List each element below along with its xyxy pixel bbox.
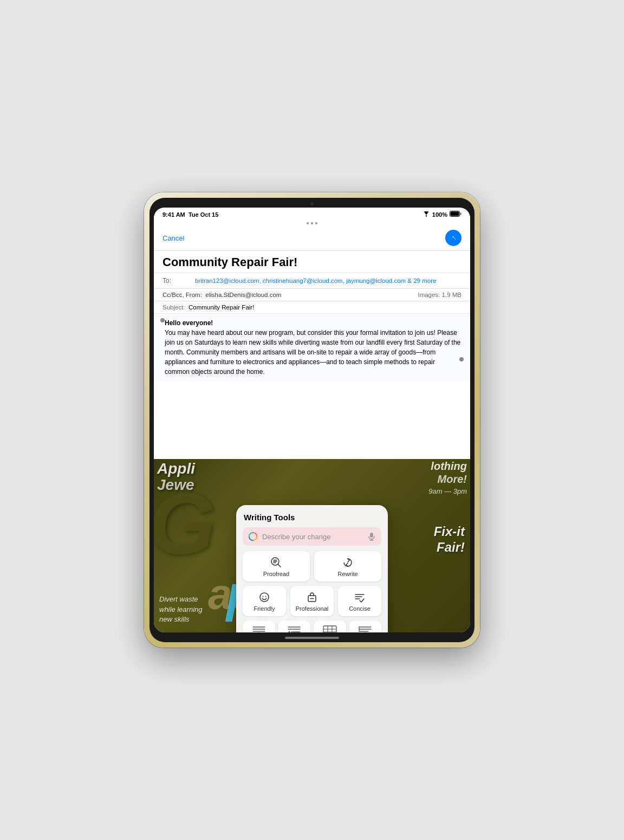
- summary-icon: [251, 625, 266, 632]
- ipad-frame: 9:41 AM Tue Oct 15 100%: [144, 192, 480, 648]
- table-button[interactable]: Table: [314, 621, 346, 632]
- cc-from-label: Cc/Bcc, From: elisha.StDenis@icloud.com: [162, 292, 281, 298]
- writing-tools-popup: Writing Tools: [236, 505, 388, 632]
- send-button[interactable]: ↑: [445, 230, 461, 246]
- professional-label: Professional: [296, 605, 329, 612]
- email-body-area: Hello everyone! You may have heard about…: [154, 314, 470, 459]
- microphone-icon[interactable]: [367, 532, 376, 541]
- proofread-label: Proofread: [263, 571, 289, 577]
- flyer-text-time: 9am — 3pm: [428, 487, 467, 495]
- email-from-row: Cc/Bcc, From: elisha.StDenis@icloud.com …: [154, 289, 470, 301]
- rewrite-button[interactable]: Rewrite: [314, 551, 381, 581]
- flyer-big-letter: G: [154, 481, 216, 567]
- email-header-bar: Cancel ↑: [154, 225, 470, 251]
- tools-row-1: Proofread Rewrite: [243, 551, 381, 581]
- home-indicator[interactable]: [285, 637, 339, 639]
- status-time-date: 9:41 AM Tue Oct 15: [162, 211, 218, 218]
- svg-rect-2: [451, 212, 459, 216]
- concise-label: Concise: [349, 605, 370, 612]
- flyer-divert-text: Divert wastewhile learningnew skills: [159, 595, 203, 624]
- subject-value[interactable]: Community Repair Fair!: [188, 304, 254, 311]
- wifi-icon: [422, 211, 430, 218]
- svg-point-0: [426, 216, 427, 217]
- list-icon: [358, 625, 373, 632]
- images-label: Images: 1.9 MB: [418, 292, 461, 298]
- ipad-inner: 9:41 AM Tue Oct 15 100%: [150, 198, 474, 642]
- flyer-fix-text: Fix-itFair!: [434, 524, 465, 555]
- email-body-text[interactable]: Hello everyone! You may have heard about…: [154, 314, 470, 381]
- rewrite-icon: [342, 557, 354, 568]
- battery-icon: [450, 211, 461, 218]
- flyer-background: Appli Jewe lothing More! 9am — 3pm G Fix…: [154, 459, 470, 632]
- list-button[interactable]: List: [349, 621, 382, 632]
- concise-icon: [354, 591, 366, 603]
- svg-point-26: [289, 631, 290, 633]
- apple-intelligence-icon: [248, 532, 258, 541]
- three-dots[interactable]: [154, 220, 470, 225]
- subject-row: Subject: Community Repair Fair!: [154, 301, 470, 314]
- email-compose: Cancel ↑ Community Repair Fair! To: brit…: [154, 225, 470, 632]
- to-recipients[interactable]: britran123@icloud.com, christinehuang7@i…: [195, 276, 461, 285]
- svg-point-13: [260, 593, 269, 602]
- key-points-icon: [287, 625, 302, 632]
- email-to-field: To: britran123@icloud.com, christinehuan…: [154, 273, 470, 289]
- summary-button[interactable]: Summary: [243, 621, 275, 632]
- describe-placeholder: Describe your change: [262, 533, 363, 541]
- ipad-screen: 9:41 AM Tue Oct 15 100%: [154, 208, 470, 632]
- describe-change-field[interactable]: Describe your change: [243, 527, 381, 546]
- professional-icon: [306, 591, 318, 603]
- popup-title: Writing Tools: [243, 513, 381, 522]
- key-points-button[interactable]: Key Points: [278, 621, 311, 632]
- to-label: To:: [162, 276, 195, 285]
- flyer-image: Appli Jewe lothing More! 9am — 3pm G Fix…: [154, 459, 470, 632]
- svg-line-8: [278, 564, 281, 567]
- tools-row-2: Friendly Professional: [243, 586, 381, 616]
- email-title[interactable]: Community Repair Fair!: [154, 251, 470, 273]
- svg-point-12: [344, 559, 352, 566]
- tools-row-3: Summary: [243, 621, 381, 632]
- status-indicators: 100%: [422, 211, 461, 218]
- table-icon: [322, 625, 337, 632]
- friendly-label: Friendly: [253, 605, 275, 612]
- concise-button[interactable]: Concise: [338, 586, 381, 616]
- subject-label: Subject:: [162, 304, 185, 311]
- flyer-text-clothing: lothing: [431, 460, 467, 473]
- cancel-button[interactable]: Cancel: [162, 234, 184, 242]
- svg-point-14: [263, 596, 264, 597]
- professional-button[interactable]: Professional: [290, 586, 334, 616]
- friendly-button[interactable]: Friendly: [243, 586, 286, 616]
- flyer-text-more: More!: [438, 473, 467, 486]
- send-arrow-icon: ↑: [449, 233, 458, 242]
- friendly-icon: [258, 591, 270, 603]
- front-camera: [310, 202, 314, 205]
- battery-label: 100%: [432, 211, 447, 218]
- from-address[interactable]: elisha.StDenis@icloud.com: [205, 292, 281, 298]
- status-bar: 9:41 AM Tue Oct 15 100%: [154, 208, 470, 220]
- rewrite-label: Rewrite: [337, 571, 358, 577]
- svg-point-15: [265, 596, 266, 597]
- proofread-button[interactable]: Proofread: [243, 551, 310, 581]
- proofread-icon: [270, 557, 282, 568]
- svg-rect-4: [370, 533, 373, 538]
